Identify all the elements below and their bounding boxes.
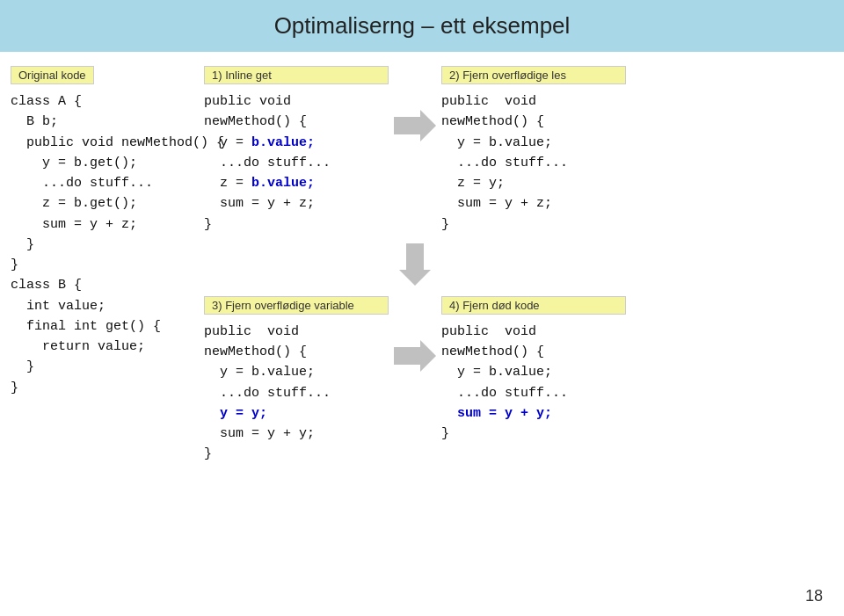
step4-code: public void newMethod() { y = b.value; .… (441, 322, 626, 445)
step3-code: public void newMethod() { y = b.value; .… (204, 322, 389, 465)
arrow2-container (389, 296, 441, 372)
step3-box: 3) Fjern overflødige variable public voi… (204, 296, 389, 465)
step1-code: public void newMethod() { y = b.value; .… (204, 91, 389, 235)
svg-marker-0 (394, 110, 436, 141)
step4-box: 4) Fjern død kode public void newMethod(… (441, 296, 626, 445)
middle-transition (204, 243, 833, 286)
step1-label: 1) Inline get (204, 66, 389, 84)
arrow-down-container (389, 243, 441, 286)
step1-box: 1) Inline get public void newMethod() { … (204, 66, 389, 235)
page-number: 18 (805, 587, 823, 605)
bottom-steps-row: 3) Fjern overflødige variable public voi… (204, 296, 833, 465)
step2-code: public void newMethod() { y = b.value; .… (441, 91, 626, 235)
arrow-down-1 (399, 243, 431, 286)
step2-label: 2) Fjern overflødige les (441, 66, 626, 84)
arrow1-container (389, 66, 441, 141)
title-bar: Optimaliserng – ett eksempel (0, 0, 844, 52)
page-title: Optimaliserng – ett eksempel (274, 12, 571, 39)
svg-marker-2 (394, 340, 436, 372)
original-label: Original kode (11, 66, 94, 84)
arrow-right-1 (394, 110, 436, 141)
original-code-panel: Original kode class A { B b; public void… (11, 66, 204, 603)
arrow-right-2 (394, 340, 436, 372)
step4-label: 4) Fjern død kode (441, 296, 626, 315)
steps-section: 1) Inline get public void newMethod() { … (204, 66, 833, 603)
svg-marker-1 (399, 243, 431, 286)
main-content: Original kode class A { B b; public void… (0, 52, 844, 613)
step2-box: 2) Fjern overflødige les public void new… (441, 66, 626, 235)
step3-label: 3) Fjern overflødige variable (204, 296, 389, 315)
top-steps-row: 1) Inline get public void newMethod() { … (204, 66, 833, 235)
original-code: class A { B b; public void newMethod() {… (11, 91, 204, 398)
